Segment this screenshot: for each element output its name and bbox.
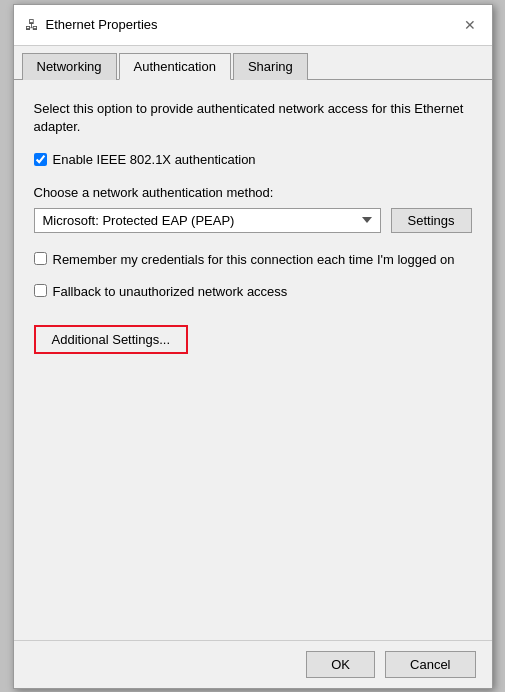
fallback-label[interactable]: Fallback to unauthorized network access [53, 283, 288, 301]
ok-button[interactable]: OK [306, 651, 375, 678]
remember-credentials-row: Remember my credentials for this connect… [34, 251, 472, 269]
tab-sharing[interactable]: Sharing [233, 53, 308, 80]
tab-bar: Networking Authentication Sharing [14, 46, 492, 80]
fallback-row: Fallback to unauthorized network access [34, 283, 472, 301]
auth-method-dropdown[interactable]: Microsoft: Protected EAP (PEAP) [34, 208, 381, 233]
remember-credentials-label[interactable]: Remember my credentials for this connect… [53, 251, 455, 269]
enable-ieee-row: Enable IEEE 802.1X authentication [34, 152, 472, 167]
footer: OK Cancel [14, 640, 492, 688]
cancel-button[interactable]: Cancel [385, 651, 475, 678]
title-bar: 🖧 Ethernet Properties ✕ [14, 5, 492, 46]
auth-method-row: Microsoft: Protected EAP (PEAP) Settings [34, 208, 472, 233]
tab-networking[interactable]: Networking [22, 53, 117, 80]
window-title: Ethernet Properties [46, 17, 158, 32]
close-button[interactable]: ✕ [458, 13, 482, 37]
window-icon: 🖧 [24, 17, 40, 33]
enable-ieee-checkbox[interactable] [34, 153, 47, 166]
choose-method-label: Choose a network authentication method: [34, 185, 472, 200]
tab-authentication[interactable]: Authentication [119, 53, 231, 80]
additional-settings-button[interactable]: Additional Settings... [34, 325, 189, 354]
fallback-checkbox[interactable] [34, 284, 47, 297]
description-text: Select this option to provide authentica… [34, 100, 472, 136]
settings-button[interactable]: Settings [391, 208, 472, 233]
tab-content: Select this option to provide authentica… [14, 80, 492, 640]
ethernet-properties-window: 🖧 Ethernet Properties ✕ Networking Authe… [13, 4, 493, 689]
enable-ieee-label[interactable]: Enable IEEE 802.1X authentication [53, 152, 256, 167]
remember-credentials-checkbox[interactable] [34, 252, 47, 265]
options-group: Remember my credentials for this connect… [34, 251, 472, 301]
